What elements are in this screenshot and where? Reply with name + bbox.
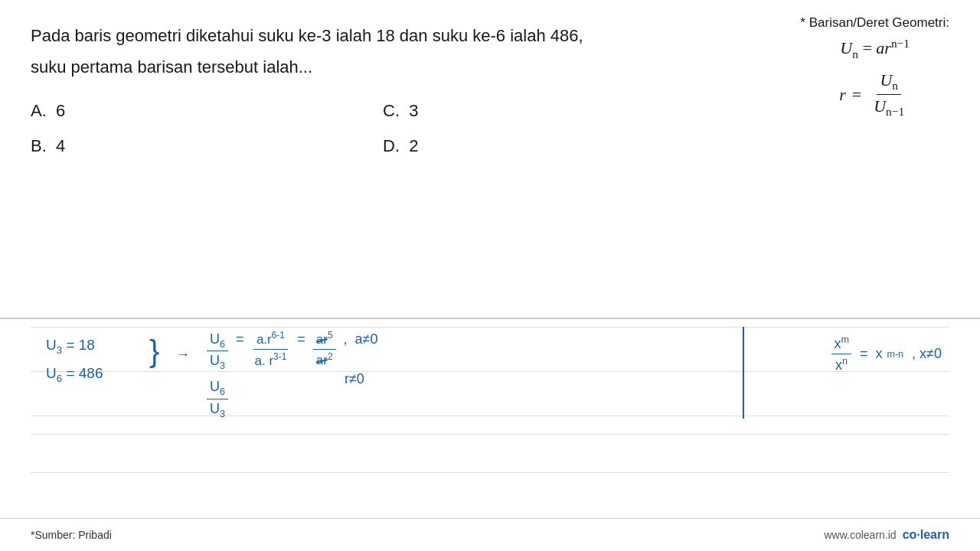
brand-logo: co·learn (903, 528, 949, 542)
bracket-arrow: } (149, 336, 159, 367)
blank-line-1 (31, 434, 949, 472)
vertical-divider (743, 327, 744, 419)
formula-un: Un = arn−1 (800, 37, 949, 61)
footer-website: www.colearn.id (824, 529, 896, 541)
worked-solution: U3 = 18U6 = 486 } → U6 U3 = a.r6-1 a. r3… (0, 318, 980, 518)
options-row2: B. 4 D. 2 (31, 130, 949, 162)
step2-fraction: U6 U3 (207, 379, 228, 419)
arrow-right: → (176, 347, 190, 363)
footer: *Sumber: Pribadi www.colearn.id co·learn (0, 518, 980, 551)
option-c[interactable]: C. 3 (383, 95, 735, 127)
blank-line-2 (31, 472, 949, 510)
formula-r: r = Un Un−1 (800, 70, 949, 119)
option-b[interactable]: B. 4 (31, 130, 383, 162)
option-d[interactable]: D. 2 (383, 130, 735, 162)
step-fraction: U6 U3 = a.r6-1 a. r3-1 = ar5 ar2 (207, 330, 377, 387)
option-a[interactable]: A. 6 (31, 95, 383, 127)
given-u3: U3 = 18U6 = 486 (46, 331, 103, 388)
footer-brand: www.colearn.id co·learn (824, 528, 949, 542)
formula-label: * Barisan/Deret Geometri: (800, 15, 949, 31)
formula-box: * Barisan/Deret Geometri: Un = arn−1 r =… (800, 15, 949, 119)
footer-source: *Sumber: Pribadi (31, 529, 112, 541)
side-formula: xm xn = xm-n , x≠0 (831, 334, 942, 373)
